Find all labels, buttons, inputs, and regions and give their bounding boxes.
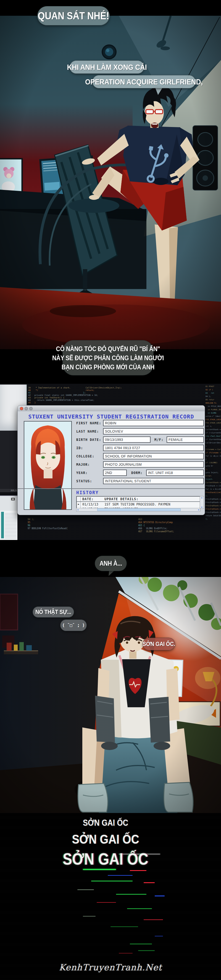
glitch-streak [83, 916, 95, 916]
history-col-date: DATE: [81, 497, 105, 501]
speech-text: OPERATION ACQUIRE GIRLFRIEND, [85, 77, 203, 86]
ide-code-top: 39 * Implementation of a shark. CallDriv… [28, 387, 204, 404]
divider [17, 488, 205, 489]
college-input[interactable]: SCHOOL OF INFORMATION [103, 453, 204, 459]
glitch-streak [144, 882, 155, 883]
ide-code-bottom-right: 463464 NTSTATUS DirectoryComp465 {466 UL… [138, 518, 204, 539]
form-row: STATUS: INTERNATIONAL STUDENT [76, 478, 204, 484]
form-row: FIRST NAME: ROBIN [76, 420, 204, 426]
field-label: LAST NAME: [76, 430, 103, 433]
glitch-streak [91, 881, 133, 881]
sex-input[interactable]: FEMALE [167, 436, 204, 443]
echo-text-2: SỞN GAI ỐC [0, 832, 216, 847]
speech-bubble-when: KHI ANH LÀM XONG CÁI [70, 60, 144, 74]
history-header-row: DATE: UPDATE DETAILS: [77, 496, 204, 502]
speech-bubble-emoticon: ( ¯□¯ ; ) [60, 619, 87, 631]
firstname-input[interactable]: ROBIN [103, 420, 204, 426]
scrollbar-thumb[interactable] [97, 509, 181, 511]
scroll-up-icon[interactable]: ▲ [200, 496, 203, 499]
speech-bubble-operation: OPERATION ACQUIRE GIRLFRIEND, [92, 75, 196, 88]
glitch-streak [108, 875, 133, 876]
file-browser-window [0, 496, 17, 511]
major-input[interactable]: PHOTO JOURNALISM [103, 461, 204, 468]
id-input[interactable]: 1801 4794 0913 0727 [103, 445, 204, 451]
registration-window: STUXENT UNIVERSITY STUDENT REGISTRATION … [17, 405, 205, 515]
form-row: ID: 1801 4794 0913 0727 [76, 445, 204, 451]
window-title: STUXENT UNIVERSITY STUDENT REGISTRATION … [17, 413, 205, 420]
history-col-details: UPDATE DETAILS: [105, 497, 204, 501]
glitch-streak [116, 894, 146, 895]
window-zoom-icon[interactable] [29, 407, 33, 410]
registration-form: FIRST NAME: ROBIN LAST NAME: SOLOVIEV BI… [76, 420, 204, 486]
camera-icon [11, 498, 15, 501]
dorm-input[interactable]: INT. UNIT #418 [146, 469, 204, 476]
watermark: KenhTruyenTranh.Net [0, 963, 221, 972]
history-row[interactable]: ▶ 01/13/13 1ST SEM TUITION PROCESSED. PA… [77, 502, 204, 507]
speech-text: ANH À... [99, 560, 122, 567]
scroll-down-icon[interactable]: ▼ [200, 506, 203, 509]
history-table: DATE: UPDATE DETAILS: ▶ 01/13/13 1ST SEM… [76, 496, 204, 512]
panel-computer-screen: 39 * Implementation of a shark. CallDriv… [0, 384, 221, 540]
narration-bubble-redhead: CÔ NÀNG TÓC ĐỎ QUYẾN RŨ "BÍ ẨN" NÀY SẼ Đ… [62, 340, 154, 375]
scroll-left-icon[interactable]: ◄ [76, 509, 79, 511]
history-heading: HISTORY [76, 490, 99, 495]
speech-text: QUAN SÁT NHÉ! [38, 10, 109, 22]
form-row: YEAR: 2ND DORM: INT. UNIT #418 [76, 469, 204, 476]
echo-text-3: SỞN GAI ỐC [0, 850, 216, 869]
field-label: DORM: [131, 471, 146, 475]
form-row: MAJOR: PHOTO JOURNALISM [76, 461, 204, 468]
window-close-icon[interactable] [20, 407, 23, 410]
hex-highlight-column [1, 512, 4, 538]
horizontal-scrollbar[interactable]: ◄ ► [76, 508, 200, 512]
ide-code-bottom-left: 94 );959697 BOOLEAN FsFilterFastIoRead{ [28, 518, 133, 539]
glitch-streak [130, 943, 152, 944]
echo-text-1: SỞN GAI ỐC [0, 818, 216, 828]
speech-bubble-observe: QUAN SÁT NHÉ! [37, 6, 110, 25]
form-row: COLLEGE: SCHOOL OF INFORMATION [76, 453, 204, 459]
editor-pane: 213,5 [0, 431, 17, 492]
field-label: STATUS: [76, 479, 103, 483]
birthdate-input[interactable]: 09/13/1993 [103, 436, 151, 443]
glitch-streak [77, 889, 94, 890]
speech-text: SỞN GAI ỐC. [143, 640, 175, 648]
vertical-scrollbar[interactable]: ▲ ▼ [200, 496, 204, 509]
glitch-streak [83, 869, 116, 870]
comic-page: QUAN SÁT NHÉ! KHI ANH LÀM XONG CÁI OPERA… [0, 0, 221, 980]
glitch-streak [130, 870, 146, 871]
ide-code-right: 81 PFAST82 if (83 ret84 };85 returBOOLEA… [205, 385, 221, 539]
glitch-streak [119, 953, 133, 953]
narration-line: CÔ NÀNG TÓC ĐỎ QUYẾN RŨ "BÍ ẨN" [56, 344, 160, 354]
speech-bubble-anh-a: ANH À... [95, 556, 127, 571]
speech-text: NÓ THẬT SỰ... [35, 608, 71, 615]
editor-status-bar: 213,5 [0, 489, 17, 492]
scroll-right-icon[interactable]: ► [197, 509, 200, 511]
bubble-tail [155, 88, 162, 95]
hex-listing-window [0, 511, 17, 540]
student-photo [24, 421, 72, 510]
lastname-input[interactable]: SOLOVIEV [103, 428, 204, 434]
field-label: M/F: [154, 438, 167, 442]
field-label: MAJOR: [76, 463, 103, 466]
glitch-streak [138, 950, 155, 951]
year-input[interactable]: 2ND [103, 469, 127, 476]
glitch-streak [155, 936, 163, 936]
emoticon-text: ( ¯□¯ ; ) [62, 623, 84, 628]
speech-text: KHI ANH LÀM XONG CÁI [67, 62, 147, 72]
narration-line: BẠN CÙNG PHÒNG MỚI CỦA ANH [62, 362, 154, 372]
field-label: BIRTH DATE: [76, 438, 103, 442]
glitch-streak [97, 902, 116, 903]
glitch-streak [155, 896, 165, 896]
glitch-streak [110, 926, 138, 927]
hex-text-lines [5, 512, 17, 538]
field-label: YEAR: [76, 471, 103, 475]
form-row: BIRTH DATE: 09/13/1993 M/F: FEMALE [76, 436, 204, 443]
field-label: FIRST NAME: [76, 421, 103, 425]
narration-line: NÀY SẼ ĐƯỢC PHÂN CÔNG LÀM NGƯỜI [52, 353, 164, 363]
speech-bubble-no-that-su: NÓ THẬT SỰ... [33, 606, 74, 617]
speech-bubble-son-gai-oc: SỞN GAI ỐC. [143, 638, 175, 651]
status-input[interactable]: INTERNATIONAL STUDENT [103, 478, 204, 484]
field-label: ID: [76, 446, 103, 450]
window-titlebar[interactable] [17, 406, 205, 411]
glitch-streak [144, 919, 163, 920]
window-minimize-icon[interactable] [25, 407, 28, 410]
